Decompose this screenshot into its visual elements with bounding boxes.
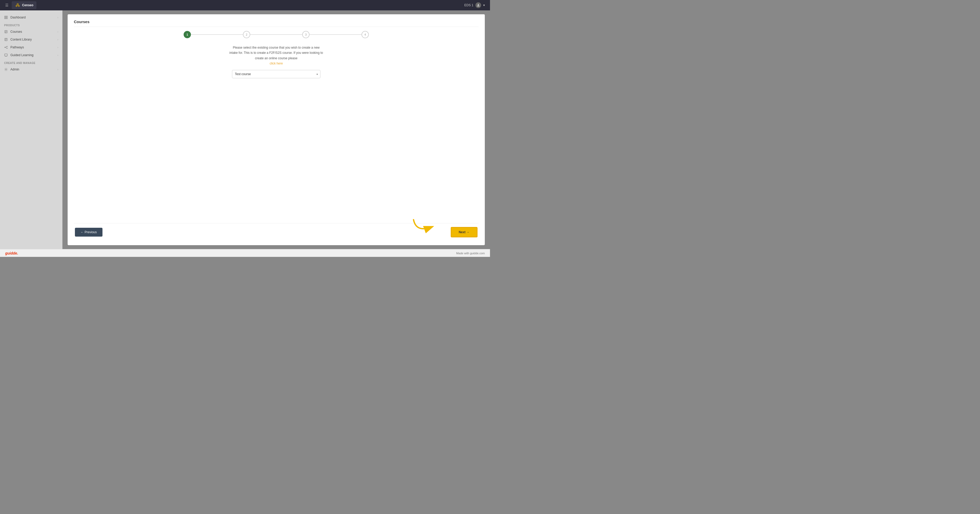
admin-icon bbox=[4, 68, 8, 71]
courses-label: Courses bbox=[10, 30, 22, 33]
click-here-link[interactable]: click here bbox=[270, 62, 283, 65]
step-line-1-2 bbox=[191, 34, 243, 35]
stepper: 1 2 3 4 bbox=[74, 27, 479, 42]
censeo-logo-icon bbox=[15, 2, 21, 8]
svg-point-18 bbox=[5, 47, 5, 48]
content-library-chevron: › bbox=[57, 38, 58, 41]
step-line-3-4 bbox=[310, 34, 361, 35]
svg-rect-8 bbox=[5, 18, 6, 19]
create-manage-section-label: CREATE AND MANAGE bbox=[0, 59, 62, 65]
svg-point-5 bbox=[478, 4, 479, 5]
user-label: EDS 1 bbox=[464, 3, 473, 7]
svg-point-20 bbox=[7, 48, 7, 48]
topnav-right: EDS 1 ▾ bbox=[464, 2, 485, 8]
svg-rect-6 bbox=[5, 16, 6, 17]
page-title: Courses bbox=[74, 19, 479, 27]
guided-learning-chevron: › bbox=[57, 54, 58, 57]
buttons-row: ← Previous Next → bbox=[74, 224, 479, 240]
step-3: 3 bbox=[302, 31, 310, 38]
hamburger-icon[interactable]: ☰ bbox=[5, 3, 9, 7]
course-select-wrap: Test course ▾ bbox=[232, 70, 320, 78]
avatar[interactable] bbox=[476, 2, 481, 8]
form-content: Please select the existing course that y… bbox=[74, 42, 479, 222]
logo-wrap: Censeo bbox=[12, 1, 37, 9]
admin-label: Admin bbox=[10, 68, 19, 71]
footer: guidde. Made with guidde.com bbox=[0, 249, 490, 257]
products-section-label: PRODUCTS bbox=[0, 21, 62, 28]
sidebar-item-dashboard[interactable]: Dashboard › bbox=[0, 14, 62, 21]
svg-rect-7 bbox=[6, 16, 7, 17]
svg-line-21 bbox=[5, 46, 7, 47]
guided-learning-icon bbox=[4, 53, 8, 57]
svg-point-19 bbox=[7, 46, 7, 46]
svg-line-22 bbox=[5, 48, 7, 48]
footer-brand: guidde. bbox=[5, 251, 18, 255]
main-content: Courses 1 2 3 4 Please select the existi… bbox=[68, 14, 485, 245]
course-select[interactable]: Test course bbox=[232, 70, 320, 78]
content-library-label: Content Library bbox=[10, 38, 32, 41]
sidebar: Dashboard › PRODUCTS Courses › Content L… bbox=[0, 10, 62, 249]
next-button[interactable]: Next → bbox=[451, 227, 477, 237]
pathways-chevron: › bbox=[57, 46, 58, 49]
svg-rect-9 bbox=[6, 18, 7, 19]
pathways-icon bbox=[4, 46, 8, 49]
step-4: 4 bbox=[361, 31, 369, 38]
sidebar-item-content-library[interactable]: Content Library › bbox=[0, 36, 62, 43]
pathways-label: Pathways bbox=[10, 46, 24, 49]
guided-learning-label: Guided Learning bbox=[10, 53, 33, 57]
user-dropdown-icon[interactable]: ▾ bbox=[483, 3, 485, 7]
svg-point-26 bbox=[5, 69, 6, 70]
dashboard-icon bbox=[4, 16, 8, 19]
svg-rect-23 bbox=[5, 54, 8, 56]
description-text: Please select the existing course that y… bbox=[229, 45, 323, 66]
svg-point-0 bbox=[17, 4, 19, 5]
logo-text: Censeo bbox=[22, 3, 33, 7]
sidebar-item-courses[interactable]: Courses › bbox=[0, 28, 62, 36]
sidebar-item-guided-learning[interactable]: Guided Learning › bbox=[0, 51, 62, 59]
step-1: 1 bbox=[184, 31, 191, 38]
dashboard-chevron: › bbox=[57, 16, 58, 19]
topnav-left: ☰ Censeo bbox=[5, 1, 37, 9]
content-library-icon bbox=[4, 38, 8, 41]
dashboard-label: Dashboard bbox=[10, 16, 26, 19]
footer-tagline: Made with guidde.com bbox=[456, 252, 485, 255]
previous-button[interactable]: ← Previous bbox=[75, 228, 102, 236]
courses-chevron: › bbox=[57, 30, 58, 33]
admin-chevron: › bbox=[57, 68, 58, 71]
top-navigation: ☰ Censeo EDS 1 ▾ bbox=[0, 0, 490, 10]
step-2: 2 bbox=[243, 31, 250, 38]
courses-icon bbox=[4, 30, 8, 33]
step-line-2-3 bbox=[250, 34, 302, 35]
sidebar-item-admin[interactable]: Admin › bbox=[0, 65, 62, 73]
sidebar-item-pathways[interactable]: Pathways › bbox=[0, 43, 62, 51]
